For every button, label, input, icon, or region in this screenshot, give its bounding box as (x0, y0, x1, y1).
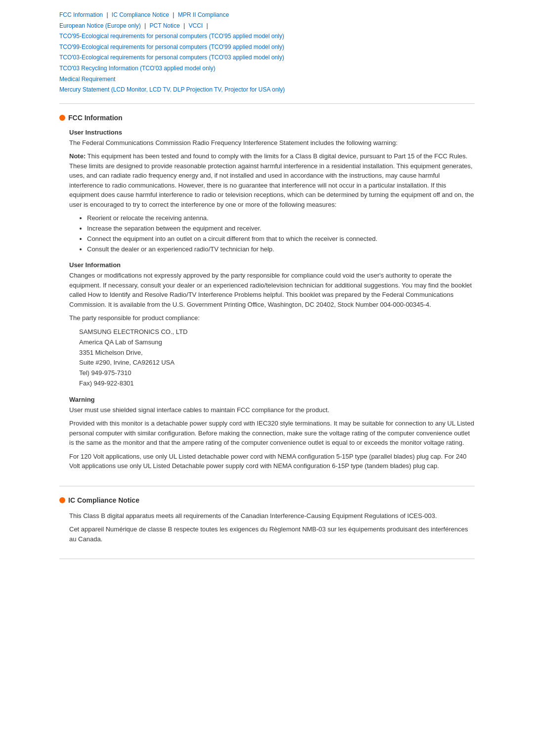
user-information-subsection: User Information Changes or modification… (59, 261, 475, 388)
measure-item-4: Consult the dealer or an experienced rad… (87, 244, 475, 255)
nav-link-eu[interactable]: European Notice (Europe only) (59, 22, 141, 29)
nav-link-vcci[interactable]: VCCI (189, 22, 203, 29)
fcc-bullet-icon (59, 115, 65, 121)
address-line-1: America QA Lab of Samsung (79, 337, 475, 348)
address-line-4: Tel) 949-975-7310 (79, 368, 475, 378)
fcc-section-title: FCC Information (68, 114, 123, 122)
user-instructions-intro: The Federal Communications Commission Ra… (69, 138, 475, 148)
warning-para1: User must use shielded signal interface … (69, 405, 475, 415)
nav-link-medical[interactable]: Medical Requirement (59, 76, 115, 83)
bottom-divider (59, 559, 475, 559)
ic-bullet-icon (59, 497, 65, 503)
fcc-section-header: FCC Information (59, 114, 475, 122)
note-bold: Note: (69, 152, 86, 160)
address-block: SAMSUNG ELECTRONICS CO., LTD America QA … (69, 327, 475, 389)
ic-para1: This Class B digital apparatus meets all… (69, 511, 475, 521)
measure-item-3: Connect the equipment into an outlet on … (87, 234, 475, 244)
nav-link-pct[interactable]: PCT Notice (150, 22, 180, 29)
user-instructions-subsection: User Instructions The Federal Communicat… (59, 129, 475, 255)
page-container: FCC Information | IC Compliance Notice |… (44, 0, 490, 579)
nav-link-tco03[interactable]: TCO'03-Ecological requirements for perso… (59, 54, 284, 61)
top-divider (59, 103, 475, 104)
ic-section-header: IC Compliance Notice (59, 496, 475, 504)
address-line-5: Fax) 949-922-8301 (79, 378, 475, 389)
ic-section-title: IC Compliance Notice (68, 496, 139, 504)
user-information-para2: The party responsible for product compli… (69, 313, 475, 323)
nav-links: FCC Information | IC Compliance Notice |… (59, 10, 475, 95)
warning-para2: Provided with this monitor is a detachab… (69, 419, 475, 448)
nav-link-mercury[interactable]: Mercury Statement (LCD Monitor, LCD TV, … (59, 86, 285, 93)
ic-section: IC Compliance Notice This Class B digita… (59, 496, 475, 544)
warning-title: Warning (69, 396, 475, 403)
middle-divider (59, 486, 475, 486)
nav-link-tco95[interactable]: TCO'95-Ecological requirements for perso… (59, 33, 284, 40)
user-information-title: User Information (69, 261, 475, 269)
user-instructions-title: User Instructions (69, 129, 475, 136)
nav-link-mpr[interactable]: MPR II Compliance (178, 11, 229, 18)
ic-content: This Class B digital apparatus meets all… (59, 511, 475, 544)
measure-item-1: Reorient or relocate the receiving anten… (87, 213, 475, 224)
fcc-section: FCC Information User Instructions The Fe… (59, 114, 475, 471)
address-line-2: 3351 Michelson Drive, (79, 348, 475, 358)
nav-link-fcc[interactable]: FCC Information (59, 11, 103, 18)
ic-para2: Cet appareil Numérique de classe B respe… (69, 524, 475, 544)
nav-link-ic[interactable]: IC Compliance Notice (112, 11, 169, 18)
warning-subsection: Warning User must use shielded signal in… (59, 396, 475, 471)
nav-link-tco99[interactable]: TCO'99-Ecological requirements for perso… (59, 44, 284, 50)
address-line-3: Suite #290, Irvine, CA92612 USA (79, 358, 475, 368)
address-line-0: SAMSUNG ELECTRONICS CO., LTD (79, 327, 475, 337)
user-instructions-note: Note: This equipment has been tested and… (69, 151, 475, 209)
warning-para3: For 120 Volt applications, use only UL L… (69, 452, 475, 471)
measures-list: Reorient or relocate the receiving anten… (69, 213, 475, 254)
nav-link-tco03r[interactable]: TCO'03 Recycling Information (TCO'03 app… (59, 65, 215, 72)
note-text: This equipment has been tested and found… (69, 152, 474, 208)
measure-item-2: Increase the separation between the equi… (87, 224, 475, 234)
user-information-para1: Changes or modifications not expressly a… (69, 271, 475, 309)
